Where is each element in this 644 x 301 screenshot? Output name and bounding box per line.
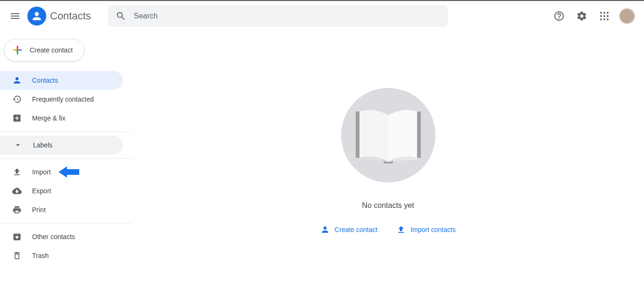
svg-point-0: [600, 12, 602, 14]
merge-icon: [12, 113, 22, 123]
upload-icon: [396, 225, 406, 234]
apps-grid-icon: [599, 10, 610, 22]
sidebar-item-merge[interactable]: Merge & fix: [0, 109, 123, 128]
app-header: Contacts: [0, 1, 644, 31]
header-actions: [550, 7, 638, 26]
chevron-down-icon: [13, 140, 23, 150]
sidebar-item-label: Frequently contacted: [32, 95, 94, 103]
main-content: No contacts yet Create contact Import co…: [132, 31, 644, 301]
empty-state-actions: Create contact Import contacts: [320, 225, 456, 234]
book-icon: [353, 107, 424, 163]
svg-point-7: [603, 18, 605, 20]
sidebar-item-print[interactable]: Print: [0, 200, 123, 219]
archive-icon: [12, 232, 22, 241]
divider: [0, 158, 132, 159]
divider: [0, 223, 132, 224]
create-contact-action-label: Create contact: [335, 226, 377, 233]
person-icon: [12, 76, 22, 85]
main-menu-button[interactable]: [4, 5, 26, 27]
help-icon: [553, 10, 565, 22]
create-contact-label: Create contact: [30, 46, 73, 54]
sidebar-item-contacts[interactable]: Contacts: [0, 71, 123, 90]
sidebar: Create contact Contacts Frequently conta…: [0, 31, 132, 301]
svg-point-1: [603, 12, 605, 14]
apps-button[interactable]: [595, 7, 614, 26]
arrow-left-annotation-icon: [59, 165, 79, 179]
empty-state-illustration: [341, 88, 435, 182]
import-contacts-action[interactable]: Import contacts: [396, 225, 456, 234]
sidebar-item-label: Print: [32, 206, 46, 214]
search-input[interactable]: [134, 12, 440, 20]
search-icon: [116, 10, 126, 22]
plus-icon: [11, 43, 24, 57]
gear-icon: [576, 10, 587, 22]
create-contact-button[interactable]: Create contact: [4, 39, 84, 61]
sidebar-item-label: Trash: [32, 252, 49, 259]
account-avatar[interactable]: [619, 9, 635, 24]
sidebar-item-frequent[interactable]: Frequently contacted: [0, 90, 123, 109]
sidebar-item-trash[interactable]: Trash: [0, 246, 123, 265]
sidebar-item-label: Contacts: [32, 77, 58, 84]
svg-point-5: [607, 15, 609, 17]
help-button[interactable]: [550, 7, 569, 26]
sidebar-item-other[interactable]: Other contacts: [0, 227, 123, 246]
svg-point-3: [600, 15, 602, 17]
hamburger-icon: [9, 10, 21, 22]
trash-icon: [12, 251, 22, 260]
app-title: Contacts: [50, 10, 91, 22]
sidebar-item-label: Export: [32, 187, 51, 195]
sidebar-item-export[interactable]: Export: [0, 181, 123, 200]
divider: [0, 131, 132, 132]
svg-point-8: [607, 18, 609, 20]
settings-button[interactable]: [572, 7, 591, 26]
contacts-logo-icon: [27, 7, 46, 26]
cloud-download-icon: [12, 186, 22, 196]
person-add-icon: [320, 225, 330, 234]
sidebar-item-import[interactable]: Import: [0, 163, 123, 181]
svg-point-4: [603, 15, 605, 17]
upload-icon: [12, 167, 22, 177]
sidebar-item-labels[interactable]: Labels: [0, 136, 123, 155]
search-bar[interactable]: [108, 5, 448, 27]
import-contacts-action-label: Import contacts: [410, 226, 456, 233]
history-icon: [12, 95, 22, 104]
print-icon: [12, 205, 22, 215]
svg-rect-11: [417, 112, 421, 158]
create-contact-action[interactable]: Create contact: [320, 225, 377, 234]
app-logo[interactable]: Contacts: [27, 7, 91, 26]
svg-point-6: [600, 18, 602, 20]
sidebar-item-label: Labels: [33, 141, 52, 149]
svg-marker-9: [59, 166, 79, 178]
sidebar-item-label: Other contacts: [32, 233, 75, 241]
sidebar-item-label: Import: [32, 168, 51, 176]
sidebar-item-label: Merge & fix: [32, 114, 66, 122]
svg-point-2: [607, 12, 609, 14]
svg-rect-10: [356, 112, 360, 158]
empty-state-title: No contacts yet: [362, 201, 414, 210]
